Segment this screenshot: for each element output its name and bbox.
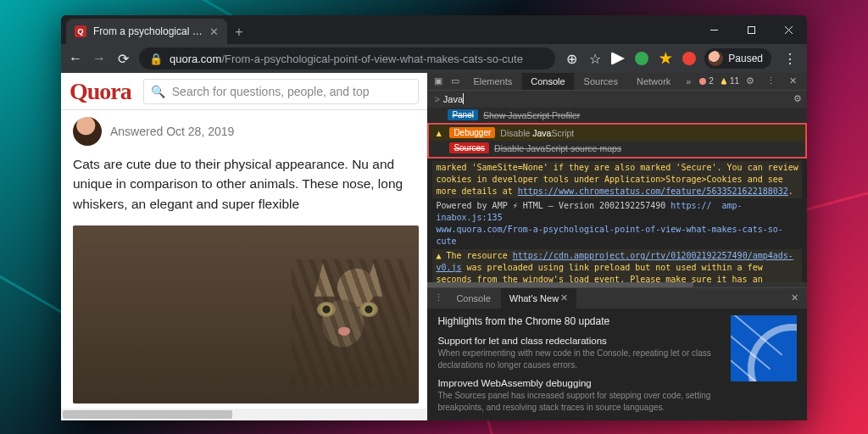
search-icon[interactable]: ⊕ — [564, 51, 579, 67]
profile-label: Paused — [728, 53, 763, 64]
horizontal-scrollbar[interactable] — [61, 409, 427, 420]
omnibox[interactable]: 🔒 quora.com/From-a-psychological-point-o… — [139, 47, 555, 70]
close-icon[interactable]: ✕ — [209, 25, 219, 38]
log-link[interactable]: https:// — [670, 201, 711, 210]
log-link[interactable]: https://www.chromestatus.com/feature/563… — [518, 186, 788, 196]
console-warning: ▲ The resource https://cdn.ampproject.or… — [432, 249, 802, 282]
warning-count-badge[interactable]: 11 — [721, 76, 739, 86]
inspect-icon[interactable]: ▣ — [431, 75, 446, 86]
answer-text: Cats are cute due to their physical appe… — [73, 154, 415, 214]
command-label: Show JavaScript Profiler — [483, 110, 580, 120]
more-tabs-icon[interactable]: » — [681, 76, 696, 86]
devtools-tabs: ▣ ▭ Elements Console Sources Network » 2… — [427, 73, 807, 91]
command-menu-input[interactable]: > Java ⚙ — [427, 91, 807, 108]
error-count-badge[interactable]: 2 — [699, 76, 714, 86]
titlebar: Q From a psychological point of vi ✕ + — [61, 15, 807, 44]
command-label: Disable JavaScript — [500, 128, 574, 138]
star-icon[interactable]: ☆ — [587, 51, 603, 67]
close-icon[interactable]: ✕ — [786, 292, 804, 303]
drawer-tab-whatsnew[interactable]: What's New ✕ — [501, 288, 576, 309]
console-output: marked 'SameSite=None' if they are also … — [427, 159, 807, 282]
minimize-button[interactable] — [695, 15, 732, 44]
favicon-icon: Q — [75, 25, 86, 37]
annotation-highlight: ▲ Debugger Disable JavaScript Sources Di… — [427, 123, 807, 159]
whatsnew-item-body: When experimenting with new code in the … — [437, 348, 721, 371]
extension-icon[interactable] — [682, 52, 696, 65]
forward-button[interactable]: → — [92, 51, 107, 66]
browser-tab[interactable]: Q From a psychological point of vi ✕ — [66, 19, 227, 44]
drawer-tab-console[interactable]: Console — [448, 288, 498, 309]
answered-date: Answered Oct 28, 2019 — [110, 125, 234, 138]
url-path: /From-a-psychological-point-of-view-what… — [221, 53, 522, 65]
extension-icon[interactable] — [611, 52, 625, 65]
console-warning: marked 'SameSite=None' if they are also … — [432, 161, 802, 198]
answer-meta: Answered Oct 28, 2019 — [73, 117, 415, 146]
category-chip: Sources — [449, 142, 489, 153]
tab-sources[interactable]: Sources — [576, 73, 626, 90]
kebab-icon[interactable]: ⋮ — [761, 75, 781, 86]
site-search-input[interactable]: 🔍 Search for questions, people, and top — [143, 79, 420, 104]
url-domain: quora.com — [170, 53, 221, 65]
quora-logo[interactable]: Quora — [70, 78, 131, 105]
console-info: Powered by AMP ⚡ HTML – Version 20021922… — [432, 199, 802, 248]
close-icon[interactable]: ✕ — [782, 75, 804, 86]
maximize-button[interactable] — [732, 15, 770, 44]
category-chip: Debugger — [449, 127, 495, 138]
new-tab-button[interactable]: + — [227, 20, 251, 44]
reload-button[interactable]: ⟳ — [115, 51, 131, 67]
search-icon: 🔍 — [151, 85, 165, 98]
close-icon[interactable]: ✕ — [560, 292, 568, 303]
devtools-drawer: ⋮ Console What's New ✕ ✕ Highlights from… — [427, 287, 807, 420]
whatsnew-item-title: Support for let and class redeclarations — [437, 336, 721, 346]
answer-image — [73, 225, 419, 403]
window-close-button[interactable] — [770, 15, 807, 44]
command-option[interactable]: Sources Disable JavaScript source maps — [429, 141, 805, 156]
kebab-menu-icon[interactable]: ⋮ — [780, 51, 800, 67]
command-menu-dropdown: Panel Show JavaScript Profiler ▲ Debugge… — [427, 108, 807, 159]
whatsnew-headline: Highlights from the Chrome 80 update — [437, 315, 721, 327]
command-query: Java — [443, 94, 463, 104]
chrome-window: Q From a psychological point of vi ✕ + ←… — [61, 15, 807, 420]
author-avatar[interactable] — [73, 117, 102, 146]
lock-icon: 🔒 — [149, 53, 163, 65]
prompt-prefix: > — [434, 94, 439, 104]
log-link[interactable]: www.quora.com/From-a-psychological-point… — [436, 225, 782, 246]
url-text: quora.com/From-a-psychological-point-of-… — [170, 53, 523, 65]
gear-icon[interactable]: ⚙ — [793, 93, 802, 104]
tab-network[interactable]: Network — [628, 73, 679, 90]
warning-icon: ▲ — [434, 128, 444, 138]
command-option[interactable]: Panel Show JavaScript Profiler — [427, 108, 807, 123]
avatar-icon — [708, 51, 723, 66]
command-option[interactable]: ▲ Debugger Disable JavaScript — [429, 125, 805, 141]
extension-icon[interactable] — [635, 52, 648, 65]
whatsnew-illustration — [731, 315, 797, 381]
bookmark-star-icon[interactable] — [659, 52, 672, 65]
back-button[interactable]: ← — [68, 51, 83, 66]
devtools-panel: ▣ ▭ Elements Console Sources Network » 2… — [427, 73, 807, 420]
profile-chip[interactable]: Paused — [704, 48, 771, 69]
tab-elements[interactable]: Elements — [465, 73, 520, 90]
kebab-icon[interactable]: ⋮ — [431, 292, 446, 303]
command-label: Disable JavaScript source maps — [494, 143, 621, 153]
extension-icons — [611, 52, 696, 65]
whatsnew-item-title: Improved WebAssembly debugging — [437, 378, 721, 388]
svg-rect-1 — [748, 26, 754, 33]
drawer-tabs: ⋮ Console What's New ✕ ✕ — [427, 288, 807, 309]
tab-console[interactable]: Console — [522, 73, 573, 90]
site-header: Quora 🔍 Search for questions, people, an… — [61, 73, 427, 110]
page-content: Quora 🔍 Search for questions, people, an… — [61, 73, 427, 420]
search-placeholder: Search for questions, people, and top — [172, 85, 370, 98]
whatsnew-item-body: The Sources panel has increased support … — [437, 390, 721, 414]
tab-title: From a psychological point of vi — [93, 25, 203, 37]
gear-icon[interactable]: ⚙ — [741, 75, 760, 86]
address-bar: ← → ⟳ 🔒 quora.com/From-a-psychological-p… — [61, 44, 807, 73]
device-toggle-icon[interactable]: ▭ — [448, 75, 463, 86]
category-chip: Panel — [448, 109, 478, 120]
